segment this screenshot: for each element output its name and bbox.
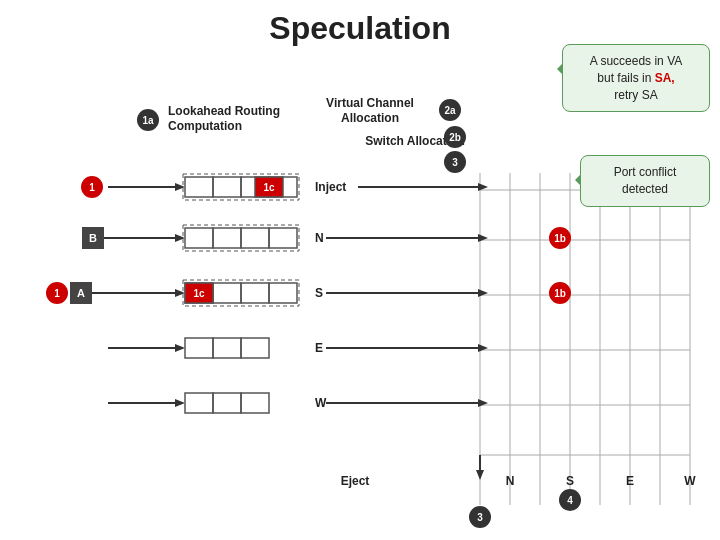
svg-point-98 xyxy=(469,506,491,528)
svg-point-71 xyxy=(549,282,571,304)
svg-text:1b: 1b xyxy=(554,288,566,299)
svg-text:Virtual Channel: Virtual Channel xyxy=(326,96,414,110)
svg-marker-28 xyxy=(175,183,185,191)
svg-rect-76 xyxy=(213,338,241,358)
svg-text:4: 4 xyxy=(567,495,573,506)
svg-rect-31 xyxy=(241,177,269,197)
svg-marker-74 xyxy=(175,344,185,352)
svg-text:1a: 1a xyxy=(142,115,154,126)
port-conflict-bubble: Port conflict detected xyxy=(580,155,710,207)
svg-text:2a: 2a xyxy=(444,105,456,116)
svg-text:1: 1 xyxy=(54,288,60,299)
svg-text:3: 3 xyxy=(452,157,458,168)
svg-rect-61 xyxy=(185,283,213,303)
diagram-svg: 1a Lookahead Routing Computation Virtual… xyxy=(0,55,720,535)
svg-point-6 xyxy=(439,99,461,121)
page-title: Speculation xyxy=(0,0,720,47)
svg-text:S: S xyxy=(566,474,574,488)
svg-point-0 xyxy=(137,109,159,131)
svg-marker-97 xyxy=(476,470,484,480)
svg-marker-88 xyxy=(478,399,488,407)
svg-rect-65 xyxy=(183,280,299,306)
svg-rect-45 xyxy=(185,228,213,248)
svg-marker-44 xyxy=(175,234,185,242)
svg-marker-70 xyxy=(478,289,488,297)
svg-marker-36 xyxy=(478,183,488,191)
svg-rect-62 xyxy=(213,283,241,303)
svg-text:Allocation: Allocation xyxy=(341,111,399,125)
svg-marker-60 xyxy=(175,289,185,297)
svg-text:E: E xyxy=(626,474,634,488)
svg-text:Eject: Eject xyxy=(341,474,370,488)
svg-rect-39 xyxy=(255,177,283,197)
va-text-line3: retry SA xyxy=(614,88,657,102)
svg-text:Inject: Inject xyxy=(315,180,346,194)
port-text-line1: Port conflict xyxy=(614,165,677,179)
svg-rect-64 xyxy=(269,283,297,303)
va-text-line2: but fails in xyxy=(597,71,651,85)
port-text-line2: detected xyxy=(622,182,668,196)
svg-point-11 xyxy=(444,151,466,173)
svg-rect-30 xyxy=(213,177,241,197)
svg-rect-63 xyxy=(241,283,269,303)
svg-point-37 xyxy=(81,176,103,198)
svg-rect-83 xyxy=(185,393,213,413)
svg-text:1b: 1b xyxy=(554,233,566,244)
svg-text:B: B xyxy=(89,232,97,244)
svg-marker-82 xyxy=(175,399,185,407)
svg-rect-33 xyxy=(183,174,299,200)
svg-text:Computation: Computation xyxy=(168,119,242,133)
svg-rect-49 xyxy=(183,225,299,251)
svg-rect-41 xyxy=(82,227,104,249)
svg-rect-47 xyxy=(241,228,269,248)
svg-text:E: E xyxy=(315,341,323,355)
svg-marker-52 xyxy=(478,234,488,242)
svg-rect-84 xyxy=(213,393,241,413)
svg-text:A: A xyxy=(77,287,85,299)
svg-rect-75 xyxy=(185,338,213,358)
svg-text:Lookahead Routing: Lookahead Routing xyxy=(168,104,280,118)
svg-rect-48 xyxy=(269,228,297,248)
svg-text:3: 3 xyxy=(477,512,483,523)
svg-rect-77 xyxy=(241,338,269,358)
svg-rect-29 xyxy=(185,177,213,197)
svg-rect-85 xyxy=(241,393,269,413)
svg-rect-46 xyxy=(213,228,241,248)
svg-text:1: 1 xyxy=(89,182,95,193)
svg-text:W: W xyxy=(315,396,327,410)
svg-point-53 xyxy=(549,227,571,249)
svg-text:1c: 1c xyxy=(263,182,275,193)
svg-text:Switch Allocation: Switch Allocation xyxy=(365,134,465,148)
svg-point-9 xyxy=(444,126,466,148)
svg-text:N: N xyxy=(506,474,515,488)
svg-text:2b: 2b xyxy=(449,132,461,143)
svg-rect-57 xyxy=(70,282,92,304)
svg-point-55 xyxy=(46,282,68,304)
va-text-line1: A succeeds in VA xyxy=(590,54,683,68)
svg-rect-32 xyxy=(269,177,297,197)
svg-text:S: S xyxy=(315,286,323,300)
va-speech-bubble: A succeeds in VA but fails in SA, retry … xyxy=(562,44,710,112)
svg-text:N: N xyxy=(315,231,324,245)
va-text-highlight: SA, xyxy=(655,71,675,85)
svg-text:W: W xyxy=(684,474,696,488)
svg-point-94 xyxy=(559,489,581,511)
svg-rect-66 xyxy=(185,283,213,303)
svg-text:1c: 1c xyxy=(193,288,205,299)
svg-marker-80 xyxy=(478,344,488,352)
